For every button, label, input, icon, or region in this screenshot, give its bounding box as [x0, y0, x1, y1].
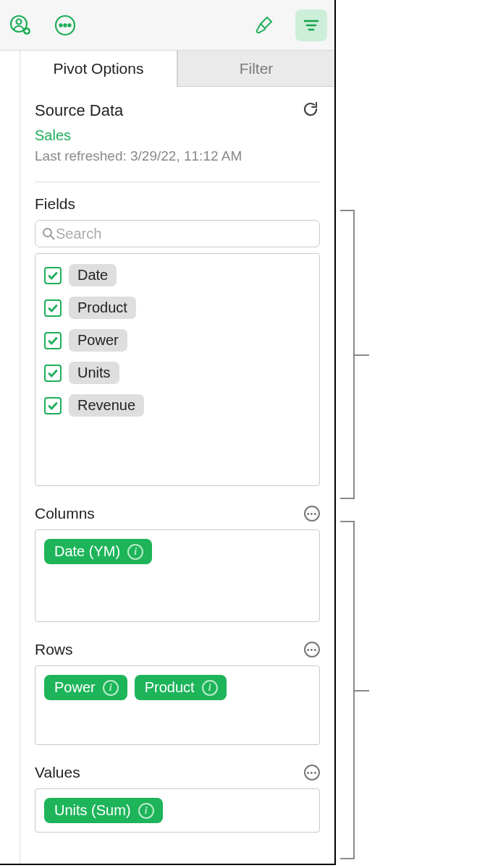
svg-point-6	[68, 24, 70, 26]
field-checkbox[interactable]	[44, 267, 62, 284]
source-data-name[interactable]: Sales	[35, 127, 320, 144]
tab-bar: Pivot Options Filter	[20, 51, 334, 87]
field-row: Date	[44, 264, 311, 286]
divider	[35, 182, 320, 182]
field-chip[interactable]: Revenue	[69, 394, 144, 417]
field-row: Revenue	[44, 394, 311, 417]
field-chip[interactable]: Units	[69, 362, 119, 384]
field-chip[interactable]: Date	[69, 264, 117, 286]
source-data-refreshed: Last refreshed: 3/29/22, 11:12 AM	[35, 148, 320, 164]
refresh-icon[interactable]	[301, 100, 320, 122]
search-icon	[41, 226, 56, 241]
svg-point-5	[64, 24, 66, 26]
fields-list: Date Product Power Units Revenue	[35, 253, 320, 486]
field-checkbox[interactable]	[44, 365, 62, 382]
rows-more-icon[interactable]: •••	[304, 642, 320, 658]
values-more-icon[interactable]: •••	[304, 765, 320, 780]
field-checkbox[interactable]	[44, 397, 62, 414]
svg-point-1	[17, 19, 22, 24]
rows-heading: Rows	[35, 641, 73, 658]
field-chip[interactable]: Power	[69, 329, 127, 352]
values-heading: Values	[35, 764, 80, 781]
pill-label: Units (Sum)	[54, 802, 131, 819]
tab-pivot-options[interactable]: Pivot Options	[20, 51, 177, 87]
pill-label: Power	[54, 679, 96, 696]
values-dropzone[interactable]: Units (Sum) i	[35, 788, 320, 833]
format-brush-icon[interactable]	[250, 12, 277, 38]
inspector-panel: Pivot Options Filter Source Data Sales L…	[20, 51, 334, 864]
field-row: Power	[44, 329, 311, 352]
svg-point-4	[59, 24, 62, 26]
more-icon[interactable]	[52, 12, 78, 38]
column-pill[interactable]: Date (YM) i	[44, 539, 152, 564]
callout-bracket	[340, 210, 355, 499]
field-row: Units	[44, 362, 311, 384]
fields-search[interactable]	[35, 220, 320, 247]
columns-heading: Columns	[35, 505, 95, 522]
sheet-edge	[0, 51, 20, 864]
svg-line-11	[51, 236, 54, 239]
row-pill[interactable]: Power i	[44, 675, 127, 700]
pill-info-icon[interactable]: i	[202, 680, 218, 696]
toolbar	[0, 0, 334, 51]
row-pill[interactable]: Product i	[135, 675, 227, 700]
collaborate-icon[interactable]	[7, 12, 33, 38]
rows-dropzone[interactable]: Power i Product i	[35, 665, 320, 745]
pill-info-icon[interactable]: i	[127, 544, 143, 560]
organize-panel-button[interactable]	[295, 9, 327, 41]
columns-more-icon[interactable]: •••	[304, 506, 320, 522]
pill-info-icon[interactable]: i	[138, 803, 154, 819]
source-data-heading: Source Data	[35, 101, 123, 120]
tab-filter[interactable]: Filter	[177, 51, 334, 87]
pill-label: Product	[145, 679, 195, 696]
pill-label: Date (YM)	[54, 543, 120, 560]
callout-bracket	[340, 521, 355, 859]
value-pill[interactable]: Units (Sum) i	[44, 798, 163, 823]
pill-info-icon[interactable]: i	[103, 680, 119, 696]
fields-heading: Fields	[35, 195, 320, 213]
field-chip[interactable]: Product	[69, 297, 136, 319]
field-checkbox[interactable]	[44, 332, 62, 349]
fields-search-input[interactable]	[56, 226, 313, 242]
columns-dropzone[interactable]: Date (YM) i	[35, 529, 320, 622]
svg-point-10	[43, 229, 51, 237]
field-checkbox[interactable]	[44, 299, 62, 317]
field-row: Product	[44, 297, 311, 319]
